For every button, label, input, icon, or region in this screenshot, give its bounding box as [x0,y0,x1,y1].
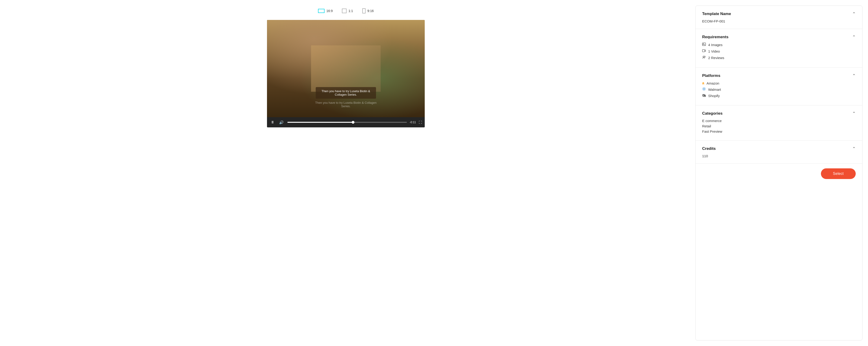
left-panel: 16:9 1:1 9:16 Then you have to try Luset… [6,6,686,340]
aspect-label-16-9: 16:9 [327,9,333,13]
aspect-icon-9-16 [362,8,366,13]
req-video: 1 Video [702,49,856,54]
category-retail: Retail [702,124,856,128]
aspect-btn-9-16[interactable]: 9:16 [361,7,376,14]
pause-icon: ⏸ [271,120,274,125]
credits-toggle[interactable]: ⌃ [852,146,856,151]
requirements-label: Requirements [702,35,728,39]
time-label: -0:11 [410,120,416,124]
aspect-label-9-16: 9:16 [367,9,374,13]
video-caption: Then you have to try Luseta Biotin & Col… [316,87,376,99]
svg-point-5 [704,89,705,90]
video-player: Then you have to try Luseta Biotin & Col… [267,20,425,127]
platform-shopify: 🛍 Shopify [702,94,856,98]
aspect-ratio-bar: 16:9 1:1 9:16 [6,6,686,16]
svg-line-13 [703,90,703,90]
template-name-section: Template Name ⌃ ECOM-FP-001 [696,6,862,29]
aspect-icon-16-9 [318,9,324,13]
platforms-label: Platforms [702,73,720,78]
platform-amazon: a Amazon [702,81,856,85]
volume-button[interactable]: 🔊 [278,120,285,125]
categories-toggle[interactable]: ⌃ [852,111,856,116]
svg-line-11 [705,90,705,90]
platforms-toggle[interactable]: ⌃ [852,73,856,78]
inner-frame [311,45,381,92]
svg-line-10 [703,88,703,88]
credits-section: Credits ⌃ 110 [696,141,862,164]
req-video-text: 1 Video [708,49,720,53]
main-container: 16:9 1:1 9:16 Then you have to try Luset… [0,0,868,346]
svg-rect-0 [702,43,706,46]
fullscreen-icon: ⛶ [419,120,422,124]
req-reviews: 2 Reviews [702,55,856,60]
requirements-section: Requirements ⌃ 4 Images [696,29,862,68]
video-controls: ⏸ 🔊 -0:11 ⛶ [267,117,425,127]
volume-icon: 🔊 [279,120,284,125]
video-thumbnail: Then you have to try Luseta Biotin & Col… [267,20,425,117]
platform-amazon-text: Amazon [707,81,719,85]
svg-line-12 [705,88,705,88]
categories-section: Categories ⌃ E commerce Retail Fast Prev… [696,105,862,141]
template-name-label: Template Name [702,11,731,16]
requirements-toggle[interactable]: ⌃ [852,35,856,40]
platforms-header: Platforms ⌃ [702,73,856,78]
aspect-label-1-1: 1:1 [348,9,353,13]
select-row: Select [696,164,862,184]
category-fast-preview: Fast Preview [702,130,856,133]
template-name-toggle[interactable]: ⌃ [852,11,856,16]
aspect-icon-1-1 [342,8,346,13]
template-name-value: ECOM-FP-001 [702,19,856,23]
platforms-section: Platforms ⌃ a Amazon [696,68,862,105]
walmart-icon [702,87,706,92]
req-images-text: 4 Images [708,43,722,47]
platform-shopify-text: Shopify [708,94,720,98]
right-panel: Template Name ⌃ ECOM-FP-001 Requirements… [695,6,862,340]
amazon-icon: a [702,81,704,85]
image-icon [702,42,706,47]
video-caption-bottom: Then you have to try Luseta Biotin & Col… [313,101,378,108]
progress-thumb [352,121,354,124]
pause-button[interactable]: ⏸ [270,120,275,125]
progress-fill [287,122,353,123]
review-icon [702,55,706,60]
progress-bar[interactable] [287,122,407,123]
video-icon [702,49,706,54]
categories-header: Categories ⌃ [702,111,856,116]
credits-label: Credits [702,146,716,151]
aspect-btn-16-9[interactable]: 16:9 [316,8,335,14]
req-images: 4 Images [702,42,856,47]
platform-walmart-text: Walmart [708,88,721,92]
categories-label: Categories [702,111,722,116]
svg-rect-2 [702,49,705,52]
credits-header: Credits ⌃ [702,146,856,151]
select-button[interactable]: Select [821,168,856,179]
platform-walmart: Walmart [702,87,856,92]
fullscreen-button[interactable]: ⛶ [419,120,422,124]
aspect-btn-1-1[interactable]: 1:1 [340,8,355,14]
credits-value: 110 [702,154,856,158]
shopify-icon: 🛍 [702,94,706,98]
category-ecommerce: E commerce [702,119,856,123]
template-name-header: Template Name ⌃ [702,11,856,16]
req-reviews-text: 2 Reviews [708,56,724,60]
requirements-header: Requirements ⌃ [702,35,856,40]
